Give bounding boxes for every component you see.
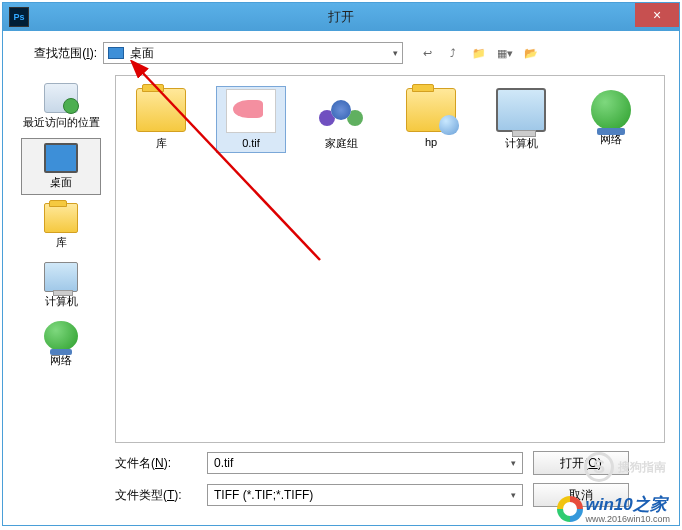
back-icon[interactable]: ↩: [419, 45, 435, 61]
file-item-homegroup[interactable]: 家庭组: [306, 86, 376, 153]
computer-icon: [44, 262, 78, 292]
filename-label-key: N: [155, 456, 164, 470]
filetype-value: TIFF (*.TIF;*.TIFF): [214, 488, 313, 502]
sidebar-item-label: 网络: [50, 353, 72, 368]
hp-file-icon: [406, 88, 456, 132]
open-dialog: Ps 打开 × 查找范围(I): 桌面 ▾ ↩ ⤴ 📁 ▦▾ 📂 最近访问的位置…: [2, 2, 680, 526]
new-folder-icon[interactable]: 📁: [471, 45, 487, 61]
network-icon: [44, 321, 78, 351]
file-item-label: 库: [156, 136, 167, 151]
watermark-sogou: S 搜狗指南: [584, 452, 666, 482]
main-row: 最近访问的位置桌面库计算机网络 库0.tif家庭组hp计算机网络: [17, 75, 665, 443]
file-item-label: 计算机: [505, 136, 538, 151]
view-menu-icon[interactable]: ▦▾: [497, 45, 513, 61]
network-file-icon: [591, 90, 631, 130]
file-item-0tif[interactable]: 0.tif: [216, 86, 286, 153]
file-item-library[interactable]: 库: [126, 86, 196, 153]
file-item-hp[interactable]: hp: [396, 86, 466, 153]
file-icons-row: 库0.tif家庭组hp计算机网络: [126, 86, 654, 153]
homegroup-file-icon: [316, 88, 366, 132]
up-icon[interactable]: ⤴: [445, 45, 461, 61]
sidebar-item-library[interactable]: 库: [21, 199, 101, 254]
file-item-label: hp: [425, 136, 437, 148]
sidebar-item-label: 最近访问的位置: [23, 115, 100, 130]
titlebar: Ps 打开 ×: [3, 3, 679, 31]
filename-combobox[interactable]: 0.tif ▾: [207, 452, 523, 474]
filename-label-post: ):: [164, 456, 171, 470]
lookin-value: 桌面: [130, 45, 154, 62]
close-button[interactable]: ×: [635, 3, 679, 27]
toolbar-icons: ↩ ⤴ 📁 ▦▾ 📂: [419, 45, 539, 61]
filename-row: 文件名(N): 0.tif ▾ 打开(O): [115, 451, 665, 475]
dialog-content: 查找范围(I): 桌面 ▾ ↩ ⤴ 📁 ▦▾ 📂 最近访问的位置桌面库计算机网络…: [3, 31, 679, 525]
options-icon[interactable]: 📂: [523, 45, 539, 61]
file-item-label: 家庭组: [325, 136, 358, 151]
photoshop-icon: Ps: [9, 7, 29, 27]
sidebar-item-desktop[interactable]: 桌面: [21, 138, 101, 195]
watermark-sogou-text: 搜狗指南: [618, 459, 666, 476]
lookin-row: 查找范围(I): 桌面 ▾ ↩ ⤴ 📁 ▦▾ 📂: [17, 41, 665, 65]
library-icon: [44, 203, 78, 233]
places-sidebar: 最近访问的位置桌面库计算机网络: [17, 75, 105, 443]
lookin-label: 查找范围(I):: [17, 45, 97, 62]
0tif-file-icon: [226, 89, 276, 133]
sidebar-item-computer[interactable]: 计算机: [21, 258, 101, 313]
chevron-down-icon: ▾: [393, 48, 398, 58]
watermark-win10: win10之家 www.2016win10.com: [557, 493, 670, 524]
recent-icon: [44, 83, 78, 113]
file-list-area[interactable]: 库0.tif家庭组hp计算机网络: [115, 75, 665, 443]
sidebar-item-network[interactable]: 网络: [21, 317, 101, 372]
desktop-icon: [108, 47, 124, 59]
file-item-network[interactable]: 网络: [576, 86, 646, 153]
dialog-title: 打开: [328, 8, 354, 26]
file-item-computer[interactable]: 计算机: [486, 86, 556, 153]
sidebar-item-recent[interactable]: 最近访问的位置: [21, 79, 101, 134]
filetype-combobox[interactable]: TIFF (*.TIF;*.TIFF) ▾: [207, 484, 523, 506]
filetype-label-post: ):: [174, 488, 181, 502]
lookin-label-pre: 查找范围(: [34, 46, 86, 60]
filetype-label: 文件类型(T):: [115, 487, 197, 504]
sidebar-item-label: 桌面: [50, 175, 72, 190]
library-file-icon: [136, 88, 186, 132]
computer-file-icon: [496, 88, 546, 132]
win10-logo-icon: [557, 496, 583, 522]
chevron-down-icon: ▾: [511, 490, 516, 500]
desktop-icon: [44, 143, 78, 173]
watermark-win10-sub: www.2016win10.com: [585, 514, 670, 524]
filetype-label-pre: 文件类型(: [115, 488, 167, 502]
lookin-label-post: ):: [90, 46, 97, 60]
chevron-down-icon: ▾: [511, 458, 516, 468]
filename-label-pre: 文件名(: [115, 456, 155, 470]
file-item-label: 0.tif: [242, 137, 260, 149]
watermark-win10-main: win10之家: [585, 495, 666, 514]
sidebar-item-label: 库: [56, 235, 67, 250]
lookin-combobox[interactable]: 桌面 ▾: [103, 42, 403, 64]
filename-label: 文件名(N):: [115, 455, 197, 472]
filename-value: 0.tif: [214, 456, 233, 470]
sogou-logo-icon: S: [584, 452, 614, 482]
sidebar-item-label: 计算机: [45, 294, 78, 309]
